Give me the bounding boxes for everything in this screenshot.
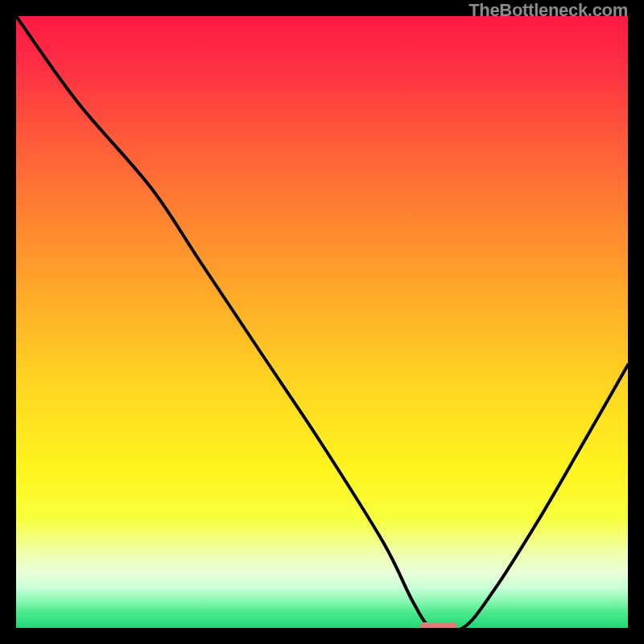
bottleneck-curve-line [16, 16, 628, 628]
gradient-and-curve [16, 16, 628, 628]
optimal-marker [420, 622, 457, 628]
plot-area [16, 16, 628, 628]
chart-frame: TheBottleneck.com [0, 0, 644, 644]
gradient-background [16, 16, 628, 628]
